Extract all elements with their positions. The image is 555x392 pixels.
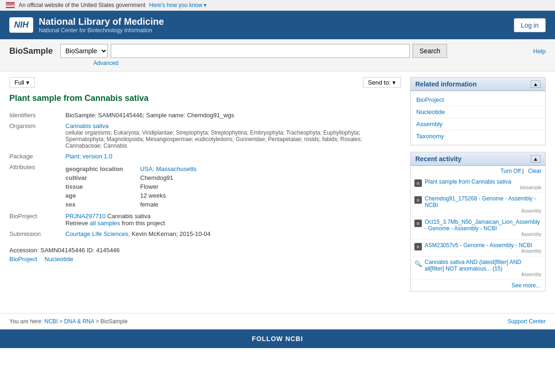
activity-item-4: ≡ ASM23057v5 - Genome - Assembly - NCBI … [411,240,545,257]
right-panel: Related information ▲ BioProject Nucleot… [410,77,546,298]
record-title: Plant sample from Cannabis sativa [9,93,401,103]
submission-link[interactable]: Courtage Life Sciences [65,230,128,237]
related-info-header: Related information ▲ [411,78,545,91]
submission-value: Courtage Life Sciences, Kevin McKernan; … [65,228,401,239]
accession-links: BioProject Nucleotide [9,256,401,263]
activity-link-1[interactable]: Plant sample from Cannabis sativa [425,178,511,185]
breadcrumb-ncbi[interactable]: NCBI [44,318,58,325]
related-assembly-link[interactable]: Assembly [411,118,545,130]
activity-text-3: Oct15_3.7Mb_N50_Jamaican_Lion_Assembly -… [425,219,541,237]
attributes-label: Attributes [9,162,65,211]
search-icon: 🔍 [414,260,422,267]
bioproject-row: BioProject PRJNA297710 Cannabis sativa R… [9,211,401,228]
activity-badge-1: biosample [425,185,541,190]
attr-geo-key: geographic location [65,164,140,173]
full-button[interactable]: Full ▾ [9,77,35,88]
gov-banner: An official website of the United States… [0,0,555,11]
search-button[interactable]: Search [413,44,447,58]
attr-cultivar-key: cultivar [65,173,140,182]
clear-link[interactable]: Clear [528,168,541,174]
activity-item-3: ≡ Oct15_3.7Mb_N50_Jamaican_Lion_Assembly… [411,216,545,240]
support-center-link[interactable]: Support Center [508,318,546,325]
footer-bioproject-link[interactable]: BioProject [9,256,37,263]
related-taxonomy-link[interactable]: Taxonomy [411,130,545,142]
advanced-link[interactable]: Advanced [93,60,118,66]
turn-off-link[interactable]: Turn Off [500,168,520,174]
organism-value: Cannabis sativa cellular organisms; Euka… [65,121,401,151]
bioproject-label: BioProject [9,211,65,228]
breadcrumb-dna-rna[interactable]: DNA & RNA [64,318,94,325]
related-nucleotide-link[interactable]: Nucleotide [411,106,545,118]
organism-label: Organism [9,121,65,151]
activity-badge-3: Assembly [425,232,541,237]
site-main-title: National Library of Medicine [39,16,164,27]
breadcrumb: You are here: NCBI > DNA & RNA > BioSamp… [9,318,128,325]
related-info-collapse[interactable]: ▲ [531,80,541,88]
package-row: Package Plant; version 1.0 [9,151,401,162]
attr-table: geographic location USA: Massachusetts c… [65,164,397,209]
follow-bar: FOLLOW NCBI [0,329,555,348]
attr-geo-value: USA: Massachusetts [140,164,397,173]
attr-tissue-value: Flower [140,182,397,191]
organism-row: Organism Cannabis sativa cellular organi… [9,121,401,151]
activity-badge-2: Assembly [425,208,541,214]
recent-activity-collapse[interactable]: ▲ [531,155,541,163]
related-bioproject-link[interactable]: BioProject [411,94,545,106]
all-samples-link[interactable]: all samples [90,220,120,227]
attr-sex-value: female [140,200,397,209]
attributes-value: geographic location USA: Massachusetts c… [65,162,401,211]
footer-nucleotide-link[interactable]: Nucleotide [44,256,73,263]
submission-rest: , Kevin McKernan; 2015-10-04 [128,230,210,237]
attr-age-value: 12 weeks [140,191,397,200]
submission-label: Submission [9,228,65,239]
package-label: Package [9,151,65,162]
activity-text-4: ASM23057v5 - Genome - Assembly - NCBI As… [425,242,541,254]
related-info-body: BioProject Nucleotide Assembly Taxonomy [411,91,545,145]
attr-cultivar: cultivar Chemdog91 [65,173,397,182]
activity-doc-icon-4: ≡ [414,243,422,250]
activity-item-1: ≡ Plant sample from Cannabis sativa bios… [411,176,545,193]
attr-geo: geographic location USA: Massachusetts [65,164,397,173]
recent-activity-title: Recent activity [415,155,462,163]
activity-link-2[interactable]: Chemdog91_175268 - Genome - Assembly - N… [425,195,536,208]
bioproject-value: PRJNA297710 Cannabis sativa Retrieve all… [65,211,401,228]
how-you-know-link[interactable]: Here's how you know ▾ [149,2,206,8]
activity-link-3[interactable]: Oct15_3.7Mb_N50_Jamaican_Lion_Assembly -… [425,219,540,232]
activity-badge-5: Assembly [425,272,541,277]
organism-link[interactable]: Cannabis sativa [65,122,109,129]
attr-sex-key: sex [65,200,140,209]
organism-path: cellular organisms; Eukaryota; Viridipla… [65,129,397,149]
gov-banner-text: An official website of the United States… [19,2,145,8]
activity-link-5[interactable]: Cannabis sativa AND (latest[filter] AND … [425,259,521,272]
identifiers-row: Identifiers BioSample: SAMN04145446; Sam… [9,110,401,121]
details-table: Identifiers BioSample: SAMN04145446; Sam… [9,110,401,239]
help-link[interactable]: Help [533,48,546,55]
attr-tissue-key: tissue [65,182,140,191]
activity-doc-icon-3: ≡ [414,220,422,227]
from-project-text: from this project [122,220,165,227]
recent-activity-header: Recent activity ▲ [411,152,545,166]
nih-logo: NIH [9,17,33,33]
activity-item-2: ≡ Chemdog91_175268 - Genome - Assembly -… [411,193,545,216]
breadcrumb-biosample: BioSample [100,318,128,325]
attr-cultivar-value: Chemdog91 [140,173,397,182]
activity-doc-icon-1: ≡ [414,179,422,187]
login-button[interactable]: Log in [514,18,546,32]
see-more-link[interactable]: See more... [411,280,545,291]
site-sub-title: National Center for Biotechnology Inform… [39,27,164,34]
package-link[interactable]: Plant; version 1.0 [65,153,112,160]
main-content: Full ▾ Send to: ▾ Plant sample from Cann… [0,71,555,304]
follow-bar-label: FOLLOW NCBI [252,335,303,342]
activity-doc-icon-2: ≡ [414,196,422,204]
bioproject-link[interactable]: PRJNA297710 [65,213,106,220]
attr-geo-link[interactable]: USA: Massachusetts [140,165,197,172]
activity-text-1: Plant sample from Cannabis sativa biosam… [425,178,541,190]
app-label: BioSample [9,46,53,56]
search-input[interactable] [111,44,410,58]
send-to-button[interactable]: Send to: ▾ [363,77,401,88]
related-info-title: Related information [415,80,477,88]
activity-item-5: 🔍 Cannabis sativa AND (latest[filter] AN… [411,257,545,280]
retrieve-text: Retrieve [65,220,88,227]
activity-link-4[interactable]: ASM23057v5 - Genome - Assembly - NCBI [425,242,532,249]
database-select[interactable]: BioSample [60,44,108,58]
